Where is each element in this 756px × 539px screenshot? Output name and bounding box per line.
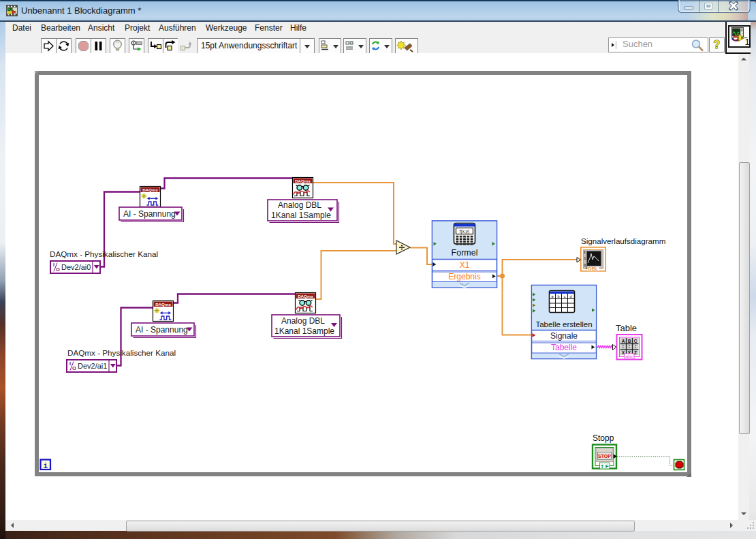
- svg-text:Analog DBL: Analog DBL: [281, 316, 325, 326]
- svg-text:abc: abc: [625, 354, 633, 359]
- svg-text:STOP: STOP: [598, 454, 611, 459]
- svg-text:B: B: [628, 339, 631, 343]
- svg-text:X1: X1: [460, 260, 470, 270]
- svg-text:c: c: [564, 294, 566, 298]
- svg-text:AI - Spannung: AI - Spannung: [123, 209, 176, 219]
- svg-text:DAQmx - Physikalischer Kanal: DAQmx - Physikalischer Kanal: [67, 348, 176, 357]
- svg-text:Signale: Signale: [550, 331, 578, 341]
- svg-text:1Kanal 1Sample: 1Kanal 1Sample: [271, 211, 331, 220]
- svg-text:Dev2/ai1: Dev2/ai1: [78, 362, 107, 370]
- svg-text:1: 1: [584, 257, 586, 260]
- svg-text:I: I: [69, 360, 71, 367]
- svg-text:Z: Z: [634, 350, 637, 355]
- svg-text:Ergebnis: Ergebnis: [448, 272, 480, 281]
- svg-text:A: A: [622, 339, 625, 343]
- svg-text:Table: Table: [616, 323, 637, 333]
- svg-text:Analog DBL: Analog DBL: [278, 200, 321, 210]
- svg-text:O: O: [56, 266, 60, 273]
- svg-text:Tabelle erstellen: Tabelle erstellen: [535, 320, 592, 328]
- svg-text:f(x,y): f(x,y): [460, 229, 469, 234]
- svg-text:i: i: [43, 462, 48, 470]
- svg-text:2: 2: [584, 251, 586, 254]
- svg-text:DBL: DBL: [588, 266, 599, 272]
- svg-text:1Kanal 1Sample: 1Kanal 1Sample: [274, 326, 334, 336]
- svg-text:O: O: [72, 365, 76, 371]
- svg-text:DAQmx - Physikalischer Kanal: DAQmx - Physikalischer Kanal: [50, 249, 158, 258]
- svg-text:Tabelle: Tabelle: [551, 343, 577, 352]
- svg-text:d: d: [569, 294, 571, 298]
- svg-text:b: b: [557, 294, 559, 298]
- svg-text:I: I: [53, 262, 54, 268]
- svg-text:Formel: Formel: [452, 248, 478, 258]
- svg-text:Stopp: Stopp: [593, 433, 614, 443]
- svg-text:Dev2/ai0: Dev2/ai0: [61, 263, 91, 271]
- svg-text:AI - Spannung: AI - Spannung: [136, 325, 188, 335]
- svg-text:C: C: [634, 339, 637, 343]
- svg-text:T F: T F: [601, 463, 609, 469]
- svg-text:Signalverlaufsdiagramm: Signalverlaufsdiagramm: [581, 236, 665, 245]
